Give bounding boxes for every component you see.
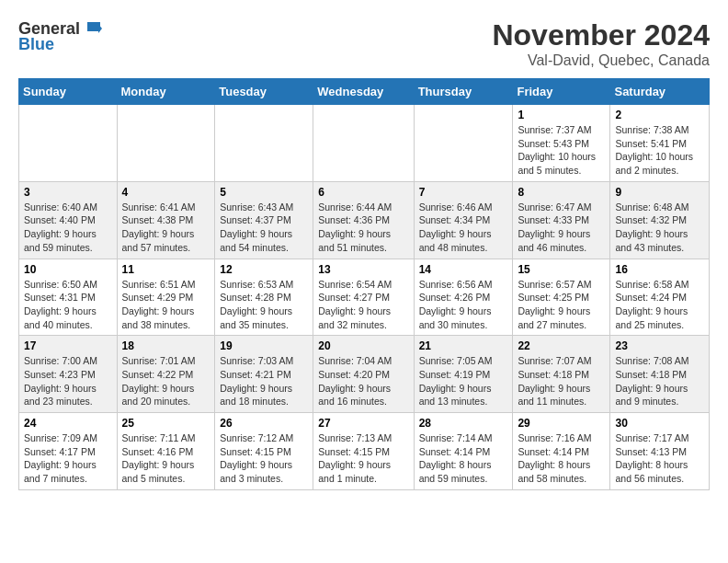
weekday-header-saturday: Saturday (610, 79, 710, 105)
day-cell: 2Sunrise: 7:38 AM Sunset: 5:41 PM Daylig… (610, 105, 710, 182)
day-cell: 26Sunrise: 7:12 AM Sunset: 4:15 PM Dayli… (215, 413, 313, 490)
day-cell: 10Sunrise: 6:50 AM Sunset: 4:31 PM Dayli… (19, 259, 118, 336)
day-number: 16 (615, 263, 704, 276)
day-info: Sunrise: 7:08 AM Sunset: 4:18 PM Dayligh… (615, 354, 704, 408)
day-info: Sunrise: 7:13 AM Sunset: 4:15 PM Dayligh… (318, 431, 408, 486)
day-cell (117, 105, 215, 182)
day-number: 28 (419, 417, 508, 430)
day-cell: 12Sunrise: 6:53 AM Sunset: 4:28 PM Dayli… (215, 259, 313, 336)
weekday-header-wednesday: Wednesday (313, 79, 414, 105)
day-number: 5 (220, 186, 308, 199)
day-cell: 16Sunrise: 6:58 AM Sunset: 4:24 PM Dayli… (610, 259, 710, 336)
day-cell: 19Sunrise: 7:03 AM Sunset: 4:21 PM Dayli… (215, 336, 313, 413)
day-number: 18 (122, 339, 210, 352)
day-cell: 3Sunrise: 6:40 AM Sunset: 4:40 PM Daylig… (19, 181, 118, 259)
day-info: Sunrise: 7:04 AM Sunset: 4:20 PM Dayligh… (318, 354, 408, 408)
header: General Blue November 2024 Val-David, Qu… (18, 18, 710, 69)
day-cell: 30Sunrise: 7:17 AM Sunset: 4:13 PM Dayli… (610, 413, 710, 490)
title-area: November 2024 Val-David, Quebec, Canada (492, 18, 710, 69)
day-number: 2 (615, 109, 704, 121)
day-cell: 29Sunrise: 7:16 AM Sunset: 4:14 PM Dayli… (513, 413, 610, 490)
day-number: 12 (220, 263, 308, 276)
day-cell: 4Sunrise: 6:41 AM Sunset: 4:38 PM Daylig… (117, 181, 215, 259)
day-number: 1 (518, 109, 605, 121)
day-cell: 9Sunrise: 6:48 AM Sunset: 4:32 PM Daylig… (610, 181, 710, 259)
day-info: Sunrise: 6:47 AM Sunset: 4:33 PM Dayligh… (518, 201, 605, 255)
day-info: Sunrise: 6:58 AM Sunset: 4:24 PM Dayligh… (615, 278, 704, 332)
day-cell: 25Sunrise: 7:11 AM Sunset: 4:16 PM Dayli… (117, 413, 215, 490)
calendar-table: SundayMondayTuesdayWednesdayThursdayFrid… (18, 78, 710, 490)
day-cell: 7Sunrise: 6:46 AM Sunset: 4:34 PM Daylig… (414, 181, 513, 259)
day-cell: 27Sunrise: 7:13 AM Sunset: 4:15 PM Dayli… (313, 413, 414, 490)
day-info: Sunrise: 6:44 AM Sunset: 4:36 PM Dayligh… (318, 201, 408, 255)
day-number: 24 (24, 417, 112, 430)
weekday-header-row: SundayMondayTuesdayWednesdayThursdayFrid… (19, 79, 710, 105)
day-number: 11 (122, 263, 210, 276)
day-cell: 24Sunrise: 7:09 AM Sunset: 4:17 PM Dayli… (19, 413, 118, 490)
day-number: 17 (24, 339, 112, 352)
week-row-4: 17Sunrise: 7:00 AM Sunset: 4:23 PM Dayli… (19, 336, 710, 413)
week-row-1: 1Sunrise: 7:37 AM Sunset: 5:43 PM Daylig… (19, 105, 710, 182)
day-cell (19, 105, 118, 182)
day-cell: 22Sunrise: 7:07 AM Sunset: 4:18 PM Dayli… (513, 336, 610, 413)
day-cell (414, 105, 513, 182)
day-number: 8 (518, 186, 605, 199)
day-cell: 14Sunrise: 6:56 AM Sunset: 4:26 PM Dayli… (414, 259, 513, 336)
day-cell (313, 105, 414, 182)
weekday-header-monday: Monday (117, 79, 215, 105)
week-row-2: 3Sunrise: 6:40 AM Sunset: 4:40 PM Daylig… (19, 181, 710, 259)
day-info: Sunrise: 7:37 AM Sunset: 5:43 PM Dayligh… (518, 123, 605, 178)
weekday-header-friday: Friday (513, 79, 610, 105)
day-number: 10 (24, 263, 112, 276)
day-info: Sunrise: 7:14 AM Sunset: 4:14 PM Dayligh… (419, 431, 508, 486)
day-number: 7 (419, 186, 508, 199)
day-info: Sunrise: 6:43 AM Sunset: 4:37 PM Dayligh… (220, 201, 308, 255)
day-info: Sunrise: 6:57 AM Sunset: 4:25 PM Dayligh… (518, 278, 605, 332)
day-info: Sunrise: 6:40 AM Sunset: 4:40 PM Dayligh… (24, 201, 112, 255)
day-number: 15 (518, 263, 605, 276)
week-row-3: 10Sunrise: 6:50 AM Sunset: 4:31 PM Dayli… (19, 259, 710, 336)
day-cell: 8Sunrise: 6:47 AM Sunset: 4:33 PM Daylig… (513, 181, 610, 259)
day-cell: 15Sunrise: 6:57 AM Sunset: 4:25 PM Dayli… (513, 259, 610, 336)
logo-icon (82, 18, 102, 39)
day-info: Sunrise: 6:54 AM Sunset: 4:27 PM Dayligh… (318, 278, 408, 332)
day-info: Sunrise: 7:11 AM Sunset: 4:16 PM Dayligh… (122, 431, 210, 486)
day-cell: 13Sunrise: 6:54 AM Sunset: 4:27 PM Dayli… (313, 259, 414, 336)
day-number: 22 (518, 339, 605, 352)
day-info: Sunrise: 6:41 AM Sunset: 4:38 PM Dayligh… (122, 201, 210, 255)
day-number: 6 (318, 186, 408, 199)
logo-blue-text: Blue (18, 35, 54, 54)
day-number: 23 (615, 339, 704, 352)
weekday-header-sunday: Sunday (19, 79, 118, 105)
day-info: Sunrise: 7:17 AM Sunset: 4:13 PM Dayligh… (615, 431, 704, 486)
day-cell: 20Sunrise: 7:04 AM Sunset: 4:20 PM Dayli… (313, 336, 414, 413)
week-row-5: 24Sunrise: 7:09 AM Sunset: 4:17 PM Dayli… (19, 413, 710, 490)
month-title: November 2024 (492, 18, 710, 52)
day-cell (215, 105, 313, 182)
day-number: 25 (122, 417, 210, 430)
day-number: 27 (318, 417, 408, 430)
day-info: Sunrise: 6:46 AM Sunset: 4:34 PM Dayligh… (419, 201, 508, 255)
day-cell: 1Sunrise: 7:37 AM Sunset: 5:43 PM Daylig… (513, 105, 610, 182)
day-number: 20 (318, 339, 408, 352)
day-info: Sunrise: 7:00 AM Sunset: 4:23 PM Dayligh… (24, 354, 112, 408)
svg-marker-0 (87, 22, 100, 31)
day-number: 3 (24, 186, 112, 199)
day-cell: 21Sunrise: 7:05 AM Sunset: 4:19 PM Dayli… (414, 336, 513, 413)
day-number: 14 (419, 263, 508, 276)
day-number: 19 (220, 339, 308, 352)
weekday-header-tuesday: Tuesday (215, 79, 313, 105)
day-info: Sunrise: 7:05 AM Sunset: 4:19 PM Dayligh… (419, 354, 508, 408)
day-number: 26 (220, 417, 308, 430)
day-cell: 17Sunrise: 7:00 AM Sunset: 4:23 PM Dayli… (19, 336, 118, 413)
weekday-header-thursday: Thursday (414, 79, 513, 105)
day-cell: 5Sunrise: 6:43 AM Sunset: 4:37 PM Daylig… (215, 181, 313, 259)
day-number: 9 (615, 186, 704, 199)
day-cell: 6Sunrise: 6:44 AM Sunset: 4:36 PM Daylig… (313, 181, 414, 259)
day-info: Sunrise: 7:12 AM Sunset: 4:15 PM Dayligh… (220, 431, 308, 486)
day-info: Sunrise: 6:56 AM Sunset: 4:26 PM Dayligh… (419, 278, 508, 332)
day-info: Sunrise: 7:16 AM Sunset: 4:14 PM Dayligh… (518, 431, 605, 486)
day-number: 29 (518, 417, 605, 430)
day-number: 4 (122, 186, 210, 199)
day-info: Sunrise: 6:51 AM Sunset: 4:29 PM Dayligh… (122, 278, 210, 332)
